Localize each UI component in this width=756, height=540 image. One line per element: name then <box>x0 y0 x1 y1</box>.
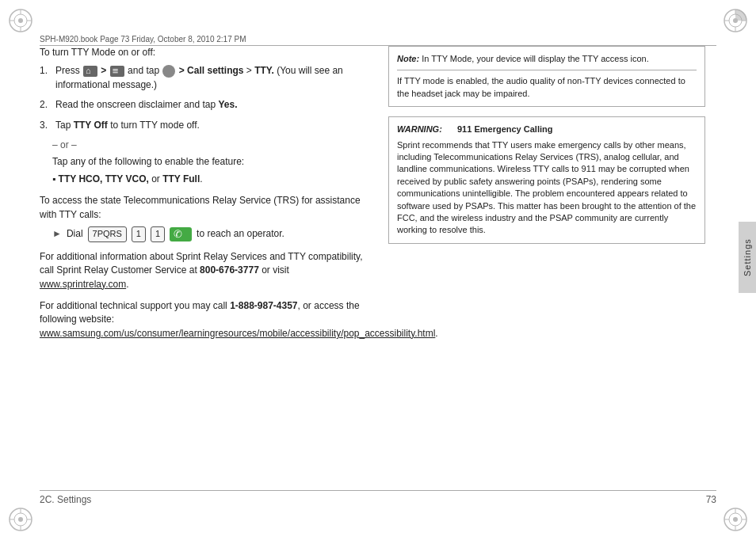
corner-decoration-bl <box>6 505 35 534</box>
warning-title: 911 Emergency Calling <box>457 124 552 135</box>
step2-yes: Yes. <box>218 99 237 110</box>
nav-circle-icon <box>162 65 175 78</box>
step1-gt3: > <box>243 65 254 76</box>
warning-header: WARNING: 911 Emergency Calling <box>397 124 697 135</box>
call-button-icon <box>170 227 192 241</box>
step1-gt1: > <box>101 65 109 76</box>
trs-intro: To access the state Telecommunications R… <box>40 194 372 222</box>
step2-text: Read the onscreen disclaimer and tap <box>55 99 218 110</box>
phone2: 1-888-987-4357 <box>230 300 297 311</box>
step3-tap: Tap <box>55 120 74 131</box>
url1: www.sprintrelay.com <box>40 279 126 290</box>
step-2: 2. Read the onscreen disclaimer and tap … <box>40 98 372 112</box>
additional-info-2: For additional technical support you may… <box>40 299 372 340</box>
main-content: To turn TTY Mode on or off: 1. Press > a… <box>40 46 372 340</box>
footer-chapter: 2C. Settings <box>40 494 91 505</box>
step-3-num: 3. <box>40 119 52 132</box>
note-label: Note: <box>397 54 419 63</box>
step1-call-settings: Call settings <box>187 65 243 76</box>
home-button-icon <box>83 66 97 77</box>
trs-section: To access the state Telecommunications R… <box>40 194 372 242</box>
dial-label: Dial <box>67 227 83 241</box>
dial-arrow-icon: ► <box>52 227 62 241</box>
tap-feature: Tap any of the following to enable the f… <box>52 155 372 169</box>
dial-key-7pqrs: 7PQRS <box>88 226 127 242</box>
step-1-num: 1. <box>40 64 52 92</box>
or-line: – or – <box>52 139 372 152</box>
step-3: 3. Tap TTY Off to turn TTY mode off. <box>40 119 372 132</box>
svg-point-9 <box>733 18 738 23</box>
phone1: 800-676-3777 <box>200 264 259 276</box>
menu-button-icon <box>110 66 124 77</box>
svg-point-23 <box>733 517 738 522</box>
note-text2: If TTY mode is enabled, the audio qualit… <box>397 76 685 97</box>
dial-row: ► Dial 7PQRS 1 1 to reach an operator. <box>52 226 372 242</box>
step3-ttyoff: TTY Off <box>74 120 108 131</box>
bullet-text: ▪ TTY HCO, TTY VCO, or TTY Full. <box>52 173 203 186</box>
dial-key-1a: 1 <box>132 226 146 242</box>
url2: www.samsung.com/us/consumer/learningreso… <box>40 328 435 339</box>
footer-page: 73 <box>706 494 716 505</box>
step-2-content: Read the onscreen disclaimer and tap Yes… <box>55 98 372 112</box>
step-1: 1. Press > and tap > Call settings > TTY… <box>40 64 372 92</box>
warning-box: WARNING: 911 Emergency Calling Sprint re… <box>388 116 705 244</box>
steps-list: 1. Press > and tap > Call settings > TTY… <box>40 64 372 132</box>
header-text: SPH-M920.book Page 73 Friday, October 8,… <box>40 35 246 44</box>
step-3-content: Tap TTY Off to turn TTY mode off. <box>55 119 372 132</box>
bullet-item: ▪ TTY HCO, TTY VCO, or TTY Full. <box>52 173 372 186</box>
intro-text: To turn TTY Mode on or off: <box>40 46 372 59</box>
step1-andtap: and tap <box>128 65 162 76</box>
dial-reach: to reach an operator. <box>197 227 284 241</box>
settings-tab: Settings <box>739 222 756 293</box>
footer-line: 2C. Settings 73 <box>40 490 716 505</box>
note-divider <box>397 70 697 70</box>
step1-tty: TTY. <box>254 65 274 76</box>
additional-info-1: For additional information about Sprint … <box>40 250 372 291</box>
additional-para-2: For additional technical support you may… <box>40 299 372 340</box>
dial-key-1b: 1 <box>151 226 165 242</box>
step-2-num: 2. <box>40 98 52 112</box>
right-panel: Note: In TTY Mode, your device will disp… <box>388 46 705 244</box>
warning-body: Sprint recommends that TTY users make em… <box>397 139 697 237</box>
note-text1: In TTY Mode, your device will display th… <box>419 54 649 63</box>
step3-text: to turn TTY mode off. <box>108 120 200 131</box>
corner-decoration-tl <box>6 6 35 35</box>
step1-press: Press <box>55 65 82 76</box>
svg-point-2 <box>18 18 23 23</box>
additional-para-1: For additional information about Sprint … <box>40 250 372 291</box>
step-1-content: Press > and tap > Call settings > TTY. (… <box>55 64 372 92</box>
corner-decoration-tr <box>721 6 750 35</box>
warning-label: WARNING: <box>397 124 454 135</box>
note-box: Note: In TTY Mode, your device will disp… <box>388 46 705 107</box>
step1-gt2: > <box>179 65 187 76</box>
svg-point-16 <box>18 517 23 522</box>
corner-decoration-br <box>721 505 750 534</box>
header-line: SPH-M920.book Page 73 Friday, October 8,… <box>40 35 716 46</box>
